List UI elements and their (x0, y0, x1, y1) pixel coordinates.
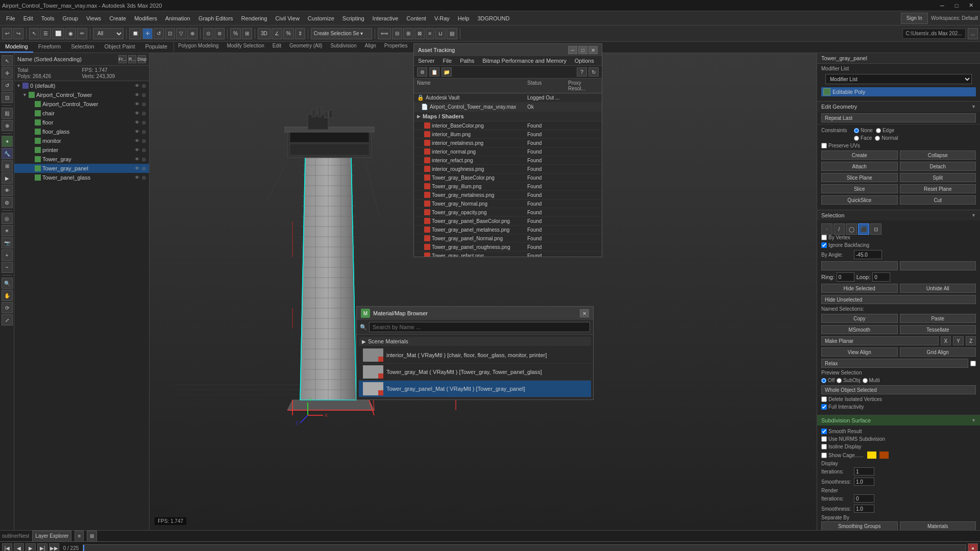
create-icon-btn[interactable]: ✦ (2, 136, 13, 147)
select-move-button[interactable]: ✛ (142, 28, 153, 39)
tl-key-btn[interactable]: ● (968, 543, 978, 551)
render-icon-item-floor[interactable]: ◎ (141, 119, 147, 126)
scene-renderable-btn[interactable]: R... (128, 55, 136, 63)
snap3d-button[interactable]: 3D (258, 28, 271, 39)
cage-color2[interactable] (879, 452, 889, 459)
cage-color1[interactable] (867, 452, 876, 459)
subdivision-section-header[interactable]: Subdivision Surface ▼ (817, 415, 980, 425)
tab-populate[interactable]: Populate (140, 42, 172, 53)
hierarchy-icon-btn[interactable]: ⊞ (2, 160, 13, 171)
edit-geometry-header[interactable]: Edit Geometry ▼ (817, 102, 980, 112)
render-icon-item-0default[interactable]: ◎ (141, 83, 147, 89)
menu-civil-view[interactable]: Civil View (271, 14, 303, 22)
select-rotate-button[interactable]: ↺ (154, 28, 164, 39)
asset-menu-server[interactable]: Server (414, 56, 438, 65)
asset-vault-row[interactable]: 🔒 Autodesk Vault Logged Out ... (414, 93, 602, 103)
asset-maps-group[interactable]: ▶ Maps / Shaders (414, 112, 602, 121)
by-angle-input[interactable] (854, 250, 882, 259)
zoom-icon-btn[interactable]: 🔍 (2, 278, 13, 289)
tab-freeform[interactable]: Freeform (33, 42, 66, 53)
render-icon-item-airport2[interactable]: ◎ (141, 101, 147, 107)
create-selection-button[interactable]: Create Selection Se ▾ (311, 28, 372, 39)
create-button[interactable]: Create (821, 151, 898, 160)
z-button[interactable]: Z (966, 336, 976, 345)
asset-close-btn[interactable]: ✕ (589, 46, 598, 54)
selection-section-header[interactable]: Selection ▼ (817, 210, 980, 220)
scale-icon-btn[interactable]: ⊡ (2, 92, 13, 103)
attach-button[interactable]: Attach (821, 162, 898, 171)
undo-button[interactable]: ↩ (2, 28, 12, 39)
layer-explorer-label[interactable]: Layer Explorer (32, 531, 71, 542)
collapse-button[interactable]: Collapse (900, 151, 976, 160)
preview-off[interactable]: Off (821, 378, 835, 383)
subtab-modify-selection[interactable]: Modify Selection (223, 42, 268, 53)
menu-modifiers[interactable]: Modifiers (130, 14, 161, 22)
align6-button[interactable]: ▤ (447, 28, 457, 39)
cut-button[interactable]: Cut (900, 195, 976, 205)
select-icon-btn[interactable]: ↖ (2, 55, 13, 66)
menu-tools[interactable]: Tools (37, 14, 59, 22)
menu-interactive[interactable]: Interactive (369, 14, 403, 22)
pan-icon-btn[interactable]: ✋ (2, 290, 13, 301)
scene-item-item-tower-gray-panel[interactable]: Tower_gray_panel 👁 ◎ (14, 164, 149, 173)
redo-button[interactable]: ↪ (13, 28, 23, 39)
render-icon-item-printer[interactable]: ◎ (141, 147, 147, 153)
unhide-all-button[interactable]: Unhide All (900, 284, 976, 293)
smoothing-groups-button[interactable]: Smoothing Groups (821, 521, 898, 530)
scene-display-btn[interactable]: Disp (138, 55, 146, 63)
smooth-result-check[interactable]: Smooth Result (821, 429, 862, 434)
material-close-btn[interactable]: ✕ (580, 309, 589, 317)
eye-icon-item-tower-panel-glass[interactable]: 👁 (134, 174, 140, 181)
asset-tb-btn2[interactable]: 📋 (429, 67, 439, 77)
eye-icon-item-printer[interactable]: 👁 (134, 147, 140, 153)
eye-icon-item-floor[interactable]: 👁 (134, 119, 140, 126)
preview-multi[interactable]: Multi (863, 378, 880, 383)
loop-input[interactable] (872, 272, 890, 282)
shrink-button[interactable] (821, 261, 898, 270)
timeline-track[interactable] (83, 544, 966, 551)
delete-isolated-check[interactable]: Delete Isolated Vertices (821, 396, 882, 402)
detach-button[interactable]: Detach (900, 162, 976, 171)
slice-plane-button[interactable]: Slice Plane (821, 173, 898, 182)
isoline-check[interactable]: Isoline Display (821, 444, 861, 449)
edge-mode-icon[interactable]: / (834, 223, 845, 235)
asset-tb-btn1[interactable]: ⚙ (417, 67, 427, 77)
tab-modeling[interactable]: Modeling (0, 42, 33, 53)
menu-vray[interactable]: V-Ray (430, 14, 454, 22)
select-filter-dropdown[interactable]: All (93, 28, 124, 39)
render-icon-item-floor-glass[interactable]: ◎ (141, 129, 147, 135)
render-icon-item-chair[interactable]: ◎ (141, 110, 147, 116)
select-scale-button[interactable]: ⊡ (165, 28, 175, 39)
modifier-editable-poly[interactable]: Editable Poly (821, 87, 976, 96)
slice-button[interactable]: Slice (821, 184, 898, 193)
asset-file-Tower_gray_metalness.png[interactable]: Tower_gray_metalness.png Found (414, 191, 602, 199)
asset-restore-btn[interactable]: □ (578, 46, 587, 54)
material-search-input[interactable] (369, 322, 590, 332)
scene-item-item-floor[interactable]: floor 👁 ◎ (14, 118, 149, 127)
relax-button[interactable]: Relax (821, 359, 968, 368)
menu-scripting[interactable]: Scripting (338, 14, 369, 22)
menu-edit[interactable]: Edit (19, 14, 37, 22)
ignore-backfacing-check[interactable]: Ignore Backfacing (821, 242, 869, 248)
eye-icon-item-tower-gray[interactable]: 👁 (134, 156, 140, 162)
asset-tb-btn3[interactable]: 📁 (442, 67, 452, 77)
tl-play-btn[interactable]: ▶ (26, 543, 36, 551)
scene-materials-header[interactable]: ▶ Scene Materials (359, 337, 591, 346)
copy-button[interactable]: Copy (821, 314, 898, 323)
path-browse-button[interactable]: ... (968, 28, 978, 39)
y-button[interactable]: Y (953, 336, 964, 345)
eye-icon-item-0default[interactable]: 👁 (134, 83, 140, 89)
menu-customize[interactable]: Customize (304, 14, 338, 22)
constraint-edge[interactable]: Edge (876, 128, 894, 133)
asset-file-interior_normal.png[interactable]: interior_normal.png Found (414, 147, 602, 156)
rectangle-select-button[interactable]: ⬜ (52, 28, 64, 39)
msmooth-button[interactable]: MSmooth (821, 325, 898, 334)
mat-item-0[interactable]: interior_Mat ( VRayMtl ) [chair, floor, … (359, 347, 591, 364)
iter-input[interactable] (854, 467, 874, 475)
asset-file-Tower_gray_refact.png[interactable]: Tower_gray_refact.png Found (414, 252, 602, 257)
polygon-mode-icon[interactable]: ⬛ (858, 223, 869, 235)
shapes-icon-btn[interactable]: ◎ (2, 213, 13, 224)
asset-menu-bitmap[interactable]: Bitmap Performance and Memory (478, 56, 570, 65)
view-align-button[interactable]: View Align (821, 347, 898, 357)
split-button[interactable]: Split (900, 173, 976, 182)
